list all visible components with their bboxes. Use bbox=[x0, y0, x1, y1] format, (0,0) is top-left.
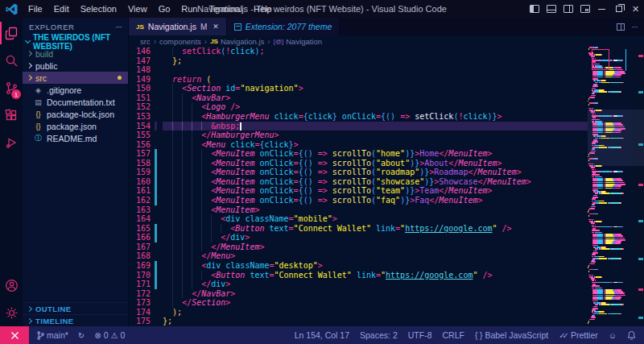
sidebar-section-timeline[interactable]: TIMELINE bbox=[23, 314, 128, 326]
code-line-156[interactable]: 156 <Menu click={click}> bbox=[129, 140, 588, 150]
line-number[interactable]: 154 bbox=[129, 122, 155, 131]
line-number[interactable]: 161 bbox=[129, 186, 155, 196]
line-number[interactable]: 164 bbox=[129, 214, 155, 224]
close-button[interactable]: ✕ bbox=[627, 0, 644, 18]
overview-ruler[interactable] bbox=[633, 47, 644, 326]
activitybar-source-control[interactable]: 1 bbox=[0, 74, 23, 102]
code-line-157[interactable]: 157 <MenuItem onClick={() => scrollTo("h… bbox=[129, 149, 588, 159]
explorer-more-actions-icon[interactable]: ··· bbox=[115, 22, 122, 31]
line-number[interactable]: 171 bbox=[129, 280, 155, 289]
code-line-167[interactable]: 167 </MenuItem> bbox=[129, 242, 588, 252]
line-number[interactable]: 151 bbox=[129, 93, 155, 103]
tab-close-icon[interactable]: ✕ bbox=[213, 23, 219, 31]
line-number[interactable]: 163 bbox=[129, 205, 155, 215]
menu-run[interactable]: Run bbox=[175, 0, 203, 18]
code-line-174[interactable]: 174 ); bbox=[129, 308, 588, 317]
line-number[interactable]: 148 bbox=[129, 65, 155, 75]
activitybar-explorer[interactable] bbox=[0, 19, 23, 47]
breadcrumb-item-src[interactable]: src bbox=[140, 37, 151, 46]
sync-status[interactable]: ↻ bbox=[78, 331, 85, 340]
line-number[interactable]: 155 bbox=[129, 131, 155, 140]
menu-go[interactable]: Go bbox=[153, 0, 176, 18]
code-line-148[interactable]: 148 bbox=[129, 65, 588, 75]
code-line-166[interactable]: 166 </div> bbox=[129, 233, 588, 242]
file--gitignore[interactable]: ◈.gitignore bbox=[23, 84, 128, 96]
eol-status[interactable]: CRLF bbox=[442, 330, 464, 340]
activitybar-run-debug[interactable] bbox=[0, 129, 23, 156]
toggle-panel-icon[interactable] bbox=[543, 0, 559, 18]
split-editor-icon[interactable] bbox=[617, 23, 625, 31]
code-line-159[interactable]: 159 <MenuItem onClick={() => scrollTo("r… bbox=[129, 168, 588, 177]
formatter-status[interactable]: ✓✓ Prettier bbox=[559, 330, 598, 340]
code-line-175[interactable]: 175}; bbox=[129, 317, 588, 326]
line-number[interactable]: 167 bbox=[129, 242, 155, 252]
remote-indicator[interactable] bbox=[0, 326, 29, 344]
git-branch-status[interactable]: main* bbox=[37, 330, 68, 340]
code-line-150[interactable]: 150 <Section id="navigation"> bbox=[129, 84, 588, 93]
tab-extension-2077-theme[interactable]: Extension: 2077 theme bbox=[227, 18, 340, 35]
minimap[interactable] bbox=[588, 47, 633, 326]
line-number[interactable]: 158 bbox=[129, 159, 155, 168]
line-number[interactable]: 169 bbox=[129, 261, 155, 271]
code-line-172[interactable]: 172 </NavBar> bbox=[129, 289, 588, 299]
file-package-json[interactable]: {}package.json bbox=[23, 120, 128, 132]
activitybar-settings[interactable] bbox=[0, 299, 23, 326]
code-line-165[interactable]: 165 <Button text="Connect Wallet" link="… bbox=[129, 224, 588, 234]
file-build[interactable]: build bbox=[23, 48, 128, 60]
line-number[interactable]: 172 bbox=[129, 289, 155, 299]
activitybar-search[interactable] bbox=[0, 47, 23, 74]
menu-terminal[interactable]: Terminal bbox=[204, 0, 249, 18]
code-line-152[interactable]: 152 <Logo /> bbox=[129, 102, 588, 112]
line-number[interactable]: 150 bbox=[129, 84, 155, 93]
file-documentation-txt[interactable]: ▤Documentation.txt bbox=[23, 96, 128, 108]
code-line-169[interactable]: 169 <div className="desktop"> bbox=[129, 261, 588, 271]
code-line-155[interactable]: 155 </HamburgerMenu> bbox=[129, 131, 588, 140]
breadcrumb-item-navigation[interactable]: [@]Navigation bbox=[274, 37, 322, 46]
line-number[interactable]: 170 bbox=[129, 271, 155, 280]
line-number[interactable]: 159 bbox=[129, 168, 155, 177]
code-line-160[interactable]: 160 <MenuItem onClick={() => scrollTo("s… bbox=[129, 177, 588, 187]
restore-button[interactable] bbox=[610, 0, 627, 18]
code-line-173[interactable]: 173 </Section> bbox=[129, 298, 588, 308]
line-number[interactable]: 174 bbox=[129, 308, 155, 317]
toggle-secondary-sidebar-icon[interactable] bbox=[559, 0, 576, 18]
tab-navigation-js[interactable]: JS Navigation.js M ✕ bbox=[129, 18, 227, 35]
minimap-viewport[interactable] bbox=[588, 110, 633, 166]
code-line-151[interactable]: 151 <NavBar> bbox=[129, 93, 588, 103]
line-number[interactable]: 165 bbox=[129, 224, 155, 234]
activitybar-extensions[interactable] bbox=[0, 102, 23, 129]
menu-edit[interactable]: Edit bbox=[48, 0, 75, 18]
line-number[interactable]: 166 bbox=[129, 233, 155, 242]
line-number[interactable]: 153 bbox=[129, 112, 155, 122]
toggle-sidebar-icon[interactable] bbox=[526, 0, 543, 18]
line-number[interactable]: 162 bbox=[129, 196, 155, 205]
minimize-button[interactable] bbox=[593, 0, 610, 18]
customize-layout-icon[interactable] bbox=[576, 0, 593, 18]
file-readme-md[interactable]: ⓘREADME.md bbox=[23, 132, 128, 144]
breadcrumb-item-navigation-js[interactable]: JSNavigation.js bbox=[210, 37, 264, 46]
file-package-lock-json[interactable]: {}package-lock.json bbox=[23, 108, 128, 120]
code-line-149[interactable]: 149 return ( bbox=[129, 75, 588, 85]
code-line-164[interactable]: 164 <div className="mobile"> bbox=[129, 214, 588, 224]
code-line-161[interactable]: 161 <MenuItem onClick={() => scrollTo("t… bbox=[129, 186, 588, 196]
indentation-status[interactable]: Spaces: 2 bbox=[360, 330, 398, 340]
breadcrumb-item-components[interactable]: components bbox=[159, 37, 201, 46]
code-line-171[interactable]: 171 </div> bbox=[129, 280, 588, 289]
line-number[interactable]: 175 bbox=[129, 317, 155, 326]
code-line-168[interactable]: 168 </Menu> bbox=[129, 251, 588, 261]
menu-file[interactable]: File bbox=[23, 0, 48, 18]
file-public[interactable]: public bbox=[23, 60, 128, 72]
line-number[interactable]: 173 bbox=[129, 298, 155, 308]
editor-more-actions-icon[interactable]: ··· bbox=[631, 22, 638, 31]
activitybar-account[interactable] bbox=[0, 271, 23, 299]
line-number[interactable]: 146 bbox=[129, 47, 155, 56]
notifications-bell[interactable] bbox=[627, 330, 636, 340]
line-number[interactable]: 157 bbox=[129, 149, 155, 159]
line-number[interactable]: 168 bbox=[129, 251, 155, 261]
code-line-146[interactable]: 146 setClick(!click); bbox=[129, 47, 588, 56]
cursor-position-status[interactable]: Ln 154, Col 17 bbox=[295, 330, 349, 340]
line-number[interactable]: 160 bbox=[129, 177, 155, 187]
code-line-163[interactable]: 163 <MenuItem> bbox=[129, 205, 588, 215]
language-mode-status[interactable]: { } Babel JavaScript bbox=[475, 330, 548, 340]
line-number[interactable]: 156 bbox=[129, 140, 155, 150]
